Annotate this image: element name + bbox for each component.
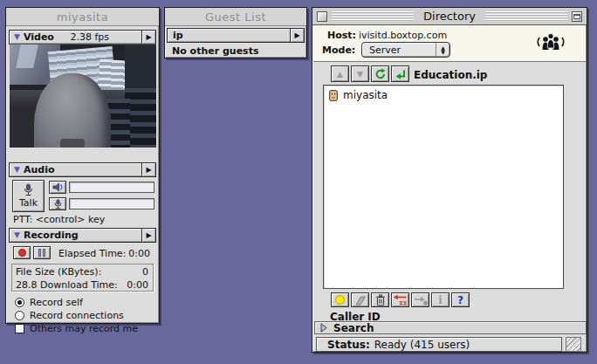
- user-face-icon: [329, 90, 338, 101]
- radio-selected-dot: [17, 300, 22, 305]
- leave-conference-button[interactable]: [391, 292, 409, 307]
- right-arrow-icon: ▶: [146, 33, 151, 41]
- others-record-checkbox[interactable]: [15, 324, 24, 333]
- video-fps: 2.38 fps: [70, 31, 109, 43]
- info-icon: i: [438, 294, 443, 306]
- video-section-label: Video: [24, 31, 54, 43]
- record-button[interactable]: [13, 246, 31, 259]
- right-arrow-icon: ▶: [146, 231, 151, 239]
- mode-label: Mode:: [322, 45, 355, 56]
- record-connections-option[interactable]: Record connections: [15, 310, 124, 321]
- host-value: ivisitd.boxtop.com: [359, 30, 447, 41]
- record-self-option[interactable]: Record self: [15, 297, 83, 308]
- collapse-box[interactable]: [572, 11, 582, 22]
- download-time-label: 28.8 Download Time:: [16, 279, 118, 291]
- mic-mute-button[interactable]: [49, 197, 66, 210]
- recording-section-header[interactable]: ▼ Recording ▶: [9, 228, 156, 243]
- video-window: miyasita ▼ Video 2.38 fps ▶ ▼: [5, 7, 160, 324]
- others-record-option[interactable]: Others may record me: [15, 323, 138, 334]
- refresh-button[interactable]: [371, 65, 389, 82]
- status-bar: Status: Ready (415 users): [316, 337, 562, 352]
- popup-down-arrow: ▼: [441, 50, 445, 54]
- others-record-label: Others may record me: [30, 323, 138, 334]
- titlebar-stripes: [332, 11, 414, 22]
- search-section-header[interactable]: Search: [314, 321, 587, 334]
- mode-popup[interactable]: Server ▲ ▼: [361, 42, 450, 58]
- delete-button[interactable]: [371, 292, 389, 307]
- video-section-header[interactable]: ▼ Video 2.38 fps ▶: [9, 30, 156, 45]
- pause-icon: [38, 249, 41, 257]
- guest-list-menu-button[interactable]: ▶: [290, 29, 304, 42]
- disclosure-open-icon[interactable]: ▼: [14, 33, 20, 41]
- disclosure-open-icon[interactable]: ▼: [14, 231, 20, 239]
- video-feed: [10, 44, 156, 148]
- eraser-icon: [353, 295, 367, 306]
- record-self-radio[interactable]: [15, 298, 24, 307]
- record-self-label: Record self: [30, 297, 83, 308]
- guest-list-titlebar[interactable]: Guest List: [165, 8, 306, 26]
- host-label: Host:: [327, 30, 356, 41]
- guest-list-column-header[interactable]: ip ▶: [167, 28, 305, 43]
- video-window-titlebar[interactable]: miyasita: [6, 8, 159, 26]
- recording-section-menu-button[interactable]: ▶: [141, 229, 155, 242]
- search-label: Search: [333, 322, 374, 334]
- directory-user-list[interactable]: miyasita: [323, 85, 564, 289]
- nav-down-button[interactable]: ▼: [351, 65, 369, 82]
- speaker-volume-slider[interactable]: [69, 182, 154, 193]
- pause-button[interactable]: [33, 246, 51, 259]
- help-button[interactable]: ?: [451, 292, 470, 307]
- disclosure-closed-icon[interactable]: [320, 323, 327, 333]
- folder-name: Education.ip: [414, 69, 487, 81]
- info-button[interactable]: i: [431, 292, 449, 307]
- audio-section-menu-button[interactable]: ▶: [141, 163, 155, 176]
- refresh-icon: [374, 68, 387, 80]
- right-arrow-icon: ▶: [294, 31, 299, 39]
- status-value: Ready (415 users): [374, 339, 470, 351]
- down-arrow-icon: ▼: [357, 70, 363, 79]
- elapsed-time-label: Elapsed Time:: [58, 248, 126, 259]
- people-icon: [535, 31, 566, 52]
- file-size-value: 0: [142, 266, 148, 278]
- user-name: miyasita: [343, 89, 388, 101]
- status-dot-button[interactable]: [331, 292, 349, 307]
- speaker-icon: [52, 182, 64, 192]
- desktop: miyasita ▼ Video 2.38 fps ▶ ▼: [0, 0, 597, 364]
- directory-titlebar[interactable]: Directory: [312, 8, 587, 25]
- join-conference-button[interactable]: [411, 292, 429, 307]
- microphone-icon: [53, 199, 63, 209]
- edit-button[interactable]: [351, 292, 369, 307]
- download-time-value: 0:00: [127, 279, 148, 291]
- audio-section-label: Audio: [24, 164, 55, 175]
- list-item[interactable]: miyasita: [324, 86, 563, 101]
- recording-section-label: Recording: [24, 230, 79, 241]
- audio-section-header[interactable]: ▼ Audio ▶: [9, 162, 156, 177]
- trash-icon: [375, 294, 386, 306]
- status-label: Status:: [327, 339, 370, 351]
- pause-icon: [43, 249, 45, 257]
- no-guests-text: No other guests: [172, 45, 258, 57]
- mic-level-slider[interactable]: [69, 198, 154, 209]
- microphone-icon: [23, 183, 34, 196]
- right-arrow-icon: ▶: [146, 166, 151, 174]
- video-section-menu-button[interactable]: ▶: [141, 31, 155, 44]
- video-chair-stem: [60, 139, 85, 148]
- nav-up-button[interactable]: ▲: [331, 65, 349, 82]
- join-conference-icon: [414, 295, 428, 306]
- up-level-button[interactable]: [391, 65, 409, 82]
- video-window-title: miyasita: [57, 10, 108, 24]
- guest-list-window: Guest List ip ▶ No other guests: [164, 7, 307, 58]
- host-panel: Host: ivisitd.boxtop.com Mode: Server ▲ …: [313, 25, 586, 62]
- resize-grip[interactable]: [566, 337, 581, 352]
- guest-list-title: Guest List: [205, 10, 266, 24]
- record-icon: [18, 249, 26, 257]
- record-connections-radio[interactable]: [15, 311, 24, 320]
- titlebar-stripes: [485, 11, 567, 22]
- speaker-mute-button[interactable]: [49, 181, 66, 194]
- disclosure-open-icon[interactable]: ▼: [14, 166, 20, 174]
- talk-button[interactable]: Talk: [12, 180, 45, 212]
- return-up-icon: [395, 68, 407, 80]
- elapsed-time-value: 0:00: [128, 248, 150, 259]
- available-status-icon: [335, 295, 345, 305]
- mode-value: Server: [362, 45, 436, 56]
- close-box[interactable]: [317, 11, 327, 22]
